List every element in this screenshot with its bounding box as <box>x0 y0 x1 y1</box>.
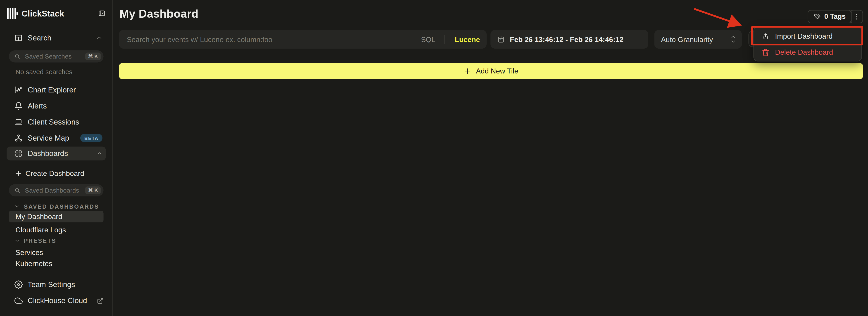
external-link-icon <box>97 297 103 304</box>
bell-icon <box>14 102 23 110</box>
sidebar-item-dashboards[interactable]: Dashboards <box>6 146 106 160</box>
menu-item-import-dashboard[interactable]: Import Dashboard <box>754 28 862 44</box>
create-dashboard-label: Create Dashboard <box>26 169 84 177</box>
plus-icon <box>16 170 22 176</box>
lucene-toggle[interactable]: Lucene <box>455 35 480 43</box>
sidebar-item-clickhouse-cloud[interactable]: ClickHouse Cloud <box>6 294 106 307</box>
chevron-down-icon <box>14 204 20 209</box>
event-search-input[interactable] <box>126 35 416 44</box>
sidebar-item-team-settings[interactable]: Team Settings <box>6 278 106 291</box>
trash-icon <box>762 48 769 56</box>
menu-item-label: Import Dashboard <box>775 32 833 40</box>
chevron-up-icon <box>96 35 102 41</box>
dashboard-item-services[interactable]: Services <box>9 247 103 258</box>
sidebar-item-label: Client Sessions <box>28 118 79 126</box>
search-icon <box>14 54 21 60</box>
section-presets[interactable]: PRESETS <box>14 237 57 244</box>
sidebar-item-client-sessions[interactable]: Client Sessions <box>6 115 106 129</box>
granularity-value: Auto Granularity <box>661 35 730 43</box>
sidebar-item-service-map[interactable]: Service Map BETA <box>6 131 106 145</box>
laptop-icon <box>14 118 23 126</box>
chevron-down-icon <box>14 238 20 243</box>
saved-dashboards-input[interactable] <box>24 186 82 194</box>
tags-icon <box>814 13 821 20</box>
dashboard-actions-menu: Import Dashboard Delete Dashboard <box>753 27 862 61</box>
sidebar-item-label: Team Settings <box>28 281 75 289</box>
menu-item-delete-dashboard[interactable]: Delete Dashboard <box>754 44 862 60</box>
sidebar-item-label: Dashboards <box>28 149 68 158</box>
cloud-icon <box>14 296 23 305</box>
sidebar-item-label: Search <box>28 34 51 42</box>
sidebar: ClickStack Search <box>0 0 113 316</box>
sidebar-item-search[interactable]: Search <box>6 31 106 45</box>
shortcut-badge: ⌘ K <box>85 186 101 194</box>
time-range-picker[interactable]: 1 Feb 26 13:46:12 - Feb 26 14:46:12 <box>491 30 648 48</box>
sql-toggle[interactable]: SQL <box>421 35 435 43</box>
language-divider <box>445 35 445 44</box>
add-new-tile-button[interactable]: Add New Tile <box>119 63 863 79</box>
calendar-icon: 1 <box>497 35 505 43</box>
time-range-value: Feb 26 13:46:12 - Feb 26 14:46:12 <box>510 35 623 43</box>
annotation-arrow <box>686 3 753 32</box>
sidebar-item-label: Service Map <box>28 134 69 142</box>
page-title: My Dashboard <box>120 7 198 21</box>
beta-badge: BETA <box>81 134 102 142</box>
event-search-bar: SQL Lucene <box>119 30 487 48</box>
svg-text:1: 1 <box>500 38 502 42</box>
upload-icon <box>762 32 769 40</box>
tags-button[interactable]: 0 Tags <box>808 10 852 23</box>
saved-searches-input[interactable] <box>24 52 82 60</box>
dashboards-grid-icon <box>14 149 23 158</box>
shortcut-badge: ⌘ K <box>85 52 101 60</box>
service-map-icon <box>14 134 23 142</box>
section-header-label: PRESETS <box>24 237 56 244</box>
search-window-icon <box>14 34 23 42</box>
dashboard-item-cloudflare-logs[interactable]: Cloudflare Logs <box>9 224 103 236</box>
app-title: ClickStack <box>22 9 64 18</box>
search-icon <box>14 187 21 193</box>
dashboard-item-label: My Dashboard <box>16 212 62 221</box>
dashboard-item-my-dashboard[interactable]: My Dashboard <box>9 211 103 222</box>
sidebar-item-alerts[interactable]: Alerts <box>6 99 106 113</box>
chart-explorer-icon <box>14 86 23 94</box>
dashboard-item-label: Cloudflare Logs <box>16 225 66 234</box>
app-window: ClickStack Search <box>0 0 868 316</box>
menu-item-label: Delete Dashboard <box>775 48 833 57</box>
logo-row: ClickStack <box>7 6 106 20</box>
dashboard-item-label: Kubernetes <box>16 259 53 268</box>
saved-dashboards-search: ⌘ K <box>9 184 103 197</box>
select-chevrons-icon <box>730 35 736 44</box>
tags-count-label: 0 Tags <box>824 13 846 20</box>
section-saved-dashboards[interactable]: SAVED DASHBOARDS <box>14 203 99 210</box>
create-dashboard-button[interactable]: Create Dashboard <box>6 167 106 179</box>
sidebar-item-label: Alerts <box>28 102 46 110</box>
main-content: My Dashboard 0 Tags SQL Luc <box>113 0 868 316</box>
sidebar-item-label: ClickHouse Cloud <box>28 296 87 305</box>
clickstack-logo-icon <box>7 8 18 18</box>
sidebar-item-chart-explorer[interactable]: Chart Explorer <box>6 83 106 97</box>
dots-vertical-icon <box>853 13 860 20</box>
sidebar-item-label: Chart Explorer <box>28 86 76 94</box>
dashboard-more-menu-button[interactable] <box>850 10 863 23</box>
section-header-label: SAVED DASHBOARDS <box>24 203 99 210</box>
chevron-up-icon <box>96 150 102 156</box>
dashboard-item-kubernetes[interactable]: Kubernetes <box>9 258 103 269</box>
plus-icon <box>464 68 471 75</box>
sidebar-collapse-icon[interactable] <box>98 9 106 17</box>
gear-icon <box>14 281 23 289</box>
granularity-select[interactable]: Auto Granularity <box>654 30 742 48</box>
add-new-tile-label: Add New Tile <box>476 67 518 75</box>
dashboard-item-label: Services <box>16 248 43 257</box>
saved-searches-search: ⌘ K <box>9 50 103 63</box>
no-saved-searches-text: No saved searches <box>16 68 72 76</box>
